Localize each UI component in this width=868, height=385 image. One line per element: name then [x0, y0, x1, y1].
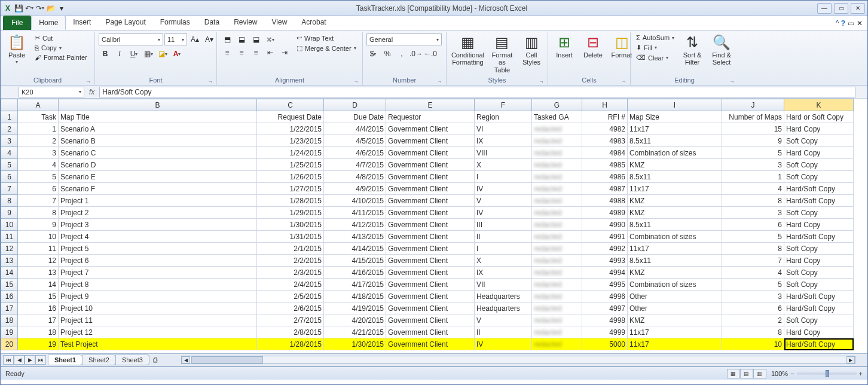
cell-D8[interactable]: 4/10/2015	[324, 195, 386, 207]
cell-G12[interactable]: redacted	[532, 243, 582, 255]
merge-center-button[interactable]: ⬚Merge & Center▾	[295, 44, 358, 53]
cell-H6[interactable]: 4986	[582, 171, 628, 183]
clear-button[interactable]: ⌫Clear▾	[634, 53, 676, 62]
cell-F10[interactable]: III	[475, 219, 532, 231]
cell-J9[interactable]: 3	[722, 207, 784, 219]
cell-D5[interactable]: 4/7/2015	[324, 159, 386, 171]
border-button[interactable]: ▦▾	[142, 48, 155, 60]
cell-H4[interactable]: 4984	[582, 147, 628, 159]
cell-B19[interactable]: Project 12	[59, 326, 257, 338]
currency-icon[interactable]: $▾	[366, 48, 380, 60]
sheet-nav-last-icon[interactable]: ⏭	[35, 355, 46, 365]
cell-B6[interactable]: Scenario E	[59, 171, 257, 183]
cell-I9[interactable]: KMZ	[628, 207, 722, 219]
cell-F13[interactable]: X	[475, 255, 532, 267]
cell-H11[interactable]: 4991	[582, 231, 628, 243]
cell-I8[interactable]: KMZ	[628, 195, 722, 207]
cell-J5[interactable]: 3	[722, 159, 784, 171]
cell-B15[interactable]: Project 8	[59, 279, 257, 291]
cell-E3[interactable]: Government Client	[386, 135, 475, 147]
cell-I15[interactable]: Combination of sizes	[628, 279, 722, 291]
sheet-nav-next-icon[interactable]: ▶	[25, 355, 35, 365]
row-header-6[interactable]: 6	[1, 171, 18, 183]
row-header-19[interactable]: 19	[1, 326, 18, 338]
cell-J18[interactable]: 2	[722, 314, 784, 326]
cell-A11[interactable]: 10	[18, 231, 59, 243]
cell-A8[interactable]: 7	[18, 195, 59, 207]
cell-E11[interactable]: Government Client	[386, 231, 475, 243]
page-break-view-icon[interactable]: ▥	[753, 369, 766, 378]
formula-bar[interactable]: Hard/Soft Copy	[99, 87, 855, 97]
decrease-decimal-icon[interactable]: ←.0	[424, 48, 437, 60]
cell-F16[interactable]: Headquarters	[475, 291, 532, 302]
cell-styles-button[interactable]: ▥Cell Styles	[519, 33, 544, 68]
col-header-E[interactable]: E	[386, 99, 475, 111]
new-sheet-icon[interactable]: ⎙	[153, 356, 157, 364]
cell-G4[interactable]: redacted	[532, 147, 582, 159]
row-header-20[interactable]: 20	[1, 338, 18, 350]
cell-F7[interactable]: IV	[475, 183, 532, 195]
cell-G3[interactable]: redacted	[532, 135, 582, 147]
cell-G8[interactable]: redacted	[532, 195, 582, 207]
cell-F15[interactable]: VII	[475, 279, 532, 291]
col-header-B[interactable]: B	[59, 99, 257, 111]
cell-C19[interactable]: 2/8/2015	[257, 326, 324, 338]
workbook-close-icon[interactable]: ✕	[857, 19, 863, 28]
row-header-10[interactable]: 10	[1, 219, 18, 231]
cell-B4[interactable]: Scenario C	[59, 147, 257, 159]
copy-button[interactable]: ⎘Copy▾	[33, 44, 89, 52]
cell-F18[interactable]: V	[475, 314, 532, 326]
row-header-8[interactable]: 8	[1, 195, 18, 207]
cell-I19[interactable]: 11x17	[628, 326, 722, 338]
cell-C11[interactable]: 1/31/2015	[257, 231, 324, 243]
cell-F17[interactable]: Headquarters	[475, 302, 532, 314]
align-bottom-icon[interactable]: ⬓	[249, 33, 262, 45]
cell-G20[interactable]: redacted	[532, 338, 582, 350]
cell-F14[interactable]: IX	[475, 267, 532, 279]
cell-K6[interactable]: Soft Copy	[784, 171, 854, 183]
name-box[interactable]: K20▾	[19, 87, 84, 97]
cell-K1[interactable]: Hard or Soft Copy	[784, 111, 854, 123]
cell-H5[interactable]: 4985	[582, 159, 628, 171]
cell-K3[interactable]: Soft Copy	[784, 135, 854, 147]
cell-E17[interactable]: Government Client	[386, 302, 475, 314]
horizontal-scrollbar[interactable]: ◀ ▶	[181, 356, 855, 364]
cell-J16[interactable]: 3	[722, 291, 784, 302]
row-header-5[interactable]: 5	[1, 159, 18, 171]
autosum-button[interactable]: ΣAutoSum▾	[634, 33, 676, 42]
decrease-indent-icon[interactable]: ⇤	[264, 47, 277, 59]
cell-C12[interactable]: 2/1/2015	[257, 243, 324, 255]
scroll-right-icon[interactable]: ▶	[846, 356, 855, 363]
cell-J4[interactable]: 5	[722, 147, 784, 159]
cell-C1[interactable]: Request Date	[257, 111, 324, 123]
cell-K8[interactable]: Hard/Soft Copy	[784, 195, 854, 207]
tab-home[interactable]: Home	[31, 16, 66, 30]
tab-view[interactable]: View	[265, 16, 295, 30]
cell-D15[interactable]: 4/17/2015	[324, 279, 386, 291]
cell-H17[interactable]: 4997	[582, 302, 628, 314]
cell-G10[interactable]: redacted	[532, 219, 582, 231]
cell-C7[interactable]: 1/27/2015	[257, 183, 324, 195]
cell-C5[interactable]: 1/25/2015	[257, 159, 324, 171]
cell-I11[interactable]: Combination of sizes	[628, 231, 722, 243]
cell-A5[interactable]: 4	[18, 159, 59, 171]
cell-K5[interactable]: Soft Copy	[784, 159, 854, 171]
cell-D11[interactable]: 4/13/2015	[324, 231, 386, 243]
cell-D18[interactable]: 4/20/2015	[324, 314, 386, 326]
cell-G11[interactable]: redacted	[532, 231, 582, 243]
row-header-12[interactable]: 12	[1, 243, 18, 255]
page-layout-view-icon[interactable]: ▤	[740, 369, 753, 378]
cell-K18[interactable]: Soft Copy	[784, 314, 854, 326]
cell-C20[interactable]: 1/28/2015	[257, 338, 324, 350]
workbook-restore-icon[interactable]: ▭	[848, 19, 854, 28]
cell-K7[interactable]: Hard/Soft Copy	[784, 183, 854, 195]
cell-I6[interactable]: 8.5x11	[628, 171, 722, 183]
cell-B17[interactable]: Project 10	[59, 302, 257, 314]
cell-E18[interactable]: Government Client	[386, 314, 475, 326]
cell-J17[interactable]: 6	[722, 302, 784, 314]
cell-E12[interactable]: Government Client	[386, 243, 475, 255]
cell-A16[interactable]: 15	[18, 291, 59, 302]
cell-K14[interactable]: Soft Copy	[784, 267, 854, 279]
cell-J15[interactable]: 5	[722, 279, 784, 291]
col-header-G[interactable]: G	[532, 99, 582, 111]
